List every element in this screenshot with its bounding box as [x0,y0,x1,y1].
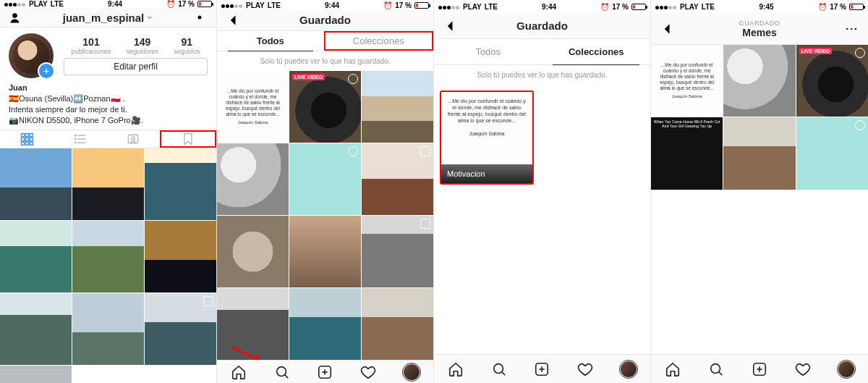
nav-activity[interactable] [346,361,390,383]
privacy-note: Solo tú puedes ver lo que has guardado. [217,51,433,71]
live-badge: LIVE VIDEO [799,48,832,54]
nav-search[interactable] [694,355,738,383]
bio-line: 📷NIKON D5500, iPhone 7 GoPro🎥. [9,115,208,126]
tab-tagged[interactable] [107,130,161,148]
saved-thumb[interactable] [362,143,433,215]
bio-name: Juan [9,83,208,93]
saved-thumb[interactable] [796,117,868,189]
svg-point-0 [12,13,17,18]
add-collection-button[interactable] [407,11,426,30]
saved-tabs: Todos Colecciones [217,31,433,52]
video-icon [348,146,358,156]
nav-add[interactable] [521,355,564,383]
tab-todos[interactable]: Todos [434,39,542,64]
nav-profile[interactable] [607,355,650,383]
post-thumb[interactable] [0,366,72,383]
post-thumb[interactable] [0,148,72,220]
tab-colecciones[interactable]: Colecciones [324,31,434,51]
tab-list[interactable] [54,130,107,148]
profile-stats: 101publicaciones 149seguidores 91seguido… [64,36,208,75]
svg-rect-4 [30,134,33,137]
tab-saved[interactable] [160,130,216,148]
nav-activity[interactable] [563,355,607,383]
nav-search[interactable] [260,361,304,383]
saved-header: Guardado [434,13,650,39]
tab-grid[interactable] [0,130,54,148]
post-thumb[interactable] [145,148,216,220]
bottom-nav [651,354,868,383]
stat-posts[interactable]: 101publicaciones [72,36,111,55]
video-icon [855,48,865,58]
screen-collection-memes: PLAYLTE 9:45 ⏰17 % GUARDADO Memes ...Me … [651,0,868,383]
nav-profile[interactable] [825,355,868,383]
tab-todos[interactable]: Todos [217,31,324,51]
nav-search[interactable] [477,355,521,383]
saved-thumb[interactable] [362,71,433,143]
more-button[interactable] [842,20,861,38]
bottom-nav [217,360,433,383]
saved-thumb[interactable]: ...Me dio por confundir el cuándo y el d… [651,45,723,117]
back-button[interactable] [224,11,243,30]
screen-saved-collections: PLAYLTE 9:44 ⏰17 % Guardado Todos Colecc… [434,0,651,383]
username-dropdown[interactable]: juan_m_espinal [63,12,154,24]
chevron-down-icon [146,14,153,21]
posts-grid [0,148,216,383]
post-thumb[interactable] [72,148,144,220]
avatar[interactable] [9,33,54,78]
nav-profile[interactable] [390,361,433,383]
svg-rect-3 [25,134,28,137]
post-thumb[interactable] [145,221,216,292]
saved-header: Guardado [217,10,433,31]
saved-thumb[interactable] [217,143,289,215]
saved-thumb[interactable] [362,288,433,360]
saved-thumb[interactable]: When You Come Home Wit A Fresh Cut And Y… [651,117,723,189]
stat-followers[interactable]: 149seguidores [127,36,158,55]
svg-point-41 [711,363,720,373]
stat-following[interactable]: 91seguidos [174,36,200,55]
meme-caption: When You Come Home Wit A Fresh Cut And Y… [654,119,720,128]
nav-home[interactable] [217,361,260,383]
svg-line-34 [501,371,505,375]
saved-thumb[interactable] [217,216,289,287]
post-thumb[interactable] [72,221,144,292]
nav-home[interactable] [651,355,694,383]
post-thumb[interactable] [72,293,144,365]
svg-line-27 [284,374,288,378]
post-thumb[interactable] [145,293,216,365]
nav-activity[interactable] [781,355,825,383]
profile-header: juan_m_espinal [0,8,216,28]
saved-tabs: Todos Colecciones [434,39,650,65]
saved-thumb[interactable] [289,143,361,215]
post-thumb[interactable] [0,293,72,365]
saved-thumb[interactable] [723,117,795,189]
multi-icon [203,296,213,306]
settings-button[interactable] [190,8,209,27]
annotation-arrow [231,346,262,360]
saved-thumb[interactable]: LIVE VIDEO [289,71,361,143]
back-button[interactable] [658,20,677,38]
page-title: Guardado [299,14,351,26]
nav-add[interactable] [738,355,781,383]
saved-thumb[interactable] [289,216,361,287]
nav-home[interactable] [434,355,477,383]
network-label: LTE [51,0,64,8]
edit-profile-button[interactable]: Editar perfil [64,58,208,75]
add-friend-button[interactable] [7,8,26,27]
page-title: Guardado [516,20,568,32]
saved-thumb[interactable]: ...Me dio por confundir el cuándo y el d… [217,71,289,143]
tab-colecciones[interactable]: Colecciones [542,39,651,64]
post-thumb[interactable] [0,221,72,292]
collection-motivacion[interactable]: ...Me dio por confundir el cuándo y el d… [440,91,534,185]
saved-thumb[interactable] [289,288,361,360]
svg-rect-9 [25,143,28,146]
nav-add[interactable] [304,361,347,383]
carrier-label: PLAY [29,0,48,8]
saved-thumb[interactable]: LIVE VIDEO [796,45,868,117]
saved-thumb[interactable] [217,288,289,360]
saved-thumb[interactable] [362,216,433,287]
saved-thumb[interactable] [723,45,795,117]
svg-rect-7 [30,138,33,141]
add-collection-button[interactable] [624,17,643,35]
back-button[interactable] [441,17,460,35]
page-title: Memes [677,27,842,38]
